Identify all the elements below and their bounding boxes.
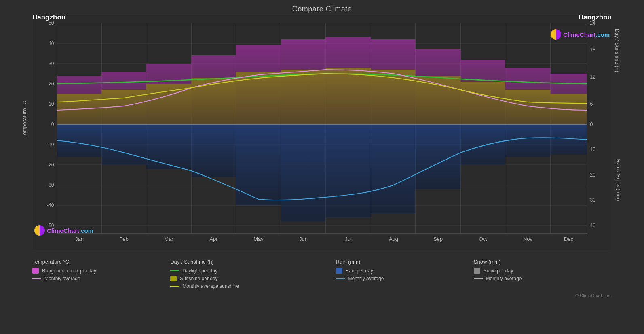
svg-rect-55 [326,124,371,217]
legend-area: Temperature °C Range min / max per day M… [0,255,644,289]
legend-section-rain: Rain (mm) Rain per day Monthly average [336,259,474,289]
legend-title-snow: Snow (mm) [474,259,612,265]
svg-text:40: 40 [590,223,596,228]
svg-text:-40: -40 [47,202,54,208]
svg-text:Jul: Jul [345,236,352,242]
svg-text:Oct: Oct [479,236,487,242]
svg-text:40: 40 [49,40,54,46]
svg-text:20: 20 [49,81,54,87]
svg-text:Jun: Jun [299,236,308,242]
svg-text:20: 20 [590,172,596,178]
svg-text:-20: -20 [47,162,54,168]
city-label-right: Hangzhou [579,13,612,21]
svg-text:Dec: Dec [564,236,574,242]
svg-text:6: 6 [590,101,593,107]
legend-item-temp-range: Range min / max per day [32,268,170,274]
svg-rect-51 [146,124,192,169]
svg-text:18: 18 [590,47,596,53]
svg-rect-46 [461,82,505,124]
svg-text:Apr: Apr [209,236,218,242]
svg-text:-30: -30 [47,182,54,188]
svg-rect-50 [102,124,146,165]
legend-title-temperature: Temperature °C [32,259,170,265]
legend-title-sunshine: Day / Sunshine (h) [170,259,336,265]
legend-item-sunshine-avg: Monthly average sunshine [170,283,336,289]
svg-rect-43 [326,68,371,124]
right-axis-label-sunshine: Day / Sunshine (h) [614,29,621,72]
svg-text:0: 0 [51,121,54,127]
page-title: Compare Climate [0,0,644,15]
legend-item-rain-avg: Monthly average [336,276,474,281]
svg-rect-52 [192,124,236,177]
svg-rect-53 [236,124,281,205]
main-chart: 50 40 30 20 10 0 -10 -20 -30 -40 -50 24 … [32,15,612,250]
legend-section-sunshine: Day / Sunshine (h) Daylight per day Suns… [170,259,336,289]
svg-rect-58 [461,124,505,165]
svg-text:Mar: Mar [164,236,173,242]
svg-text:0: 0 [590,121,593,127]
svg-text:Feb: Feb [119,236,128,242]
logo-bottom-left: ClimeChart.com [34,225,93,236]
legend-item-snow-avg: Monthly average [474,276,612,281]
svg-rect-59 [505,124,551,157]
legend-item-snow-range: Snow per day [474,268,612,274]
legend-section-temperature: Temperature °C Range min / max per day M… [32,259,170,289]
svg-text:-10: -10 [47,142,54,147]
legend-item-daylight: Daylight per day [170,268,336,274]
svg-rect-54 [281,124,326,221]
svg-text:10: 10 [49,101,54,107]
svg-rect-40 [192,78,236,124]
svg-text:Sep: Sep [433,236,443,242]
svg-rect-57 [416,124,461,189]
svg-rect-56 [371,124,416,213]
svg-text:May: May [253,236,264,242]
svg-rect-42 [281,70,326,124]
svg-text:30: 30 [590,197,596,203]
svg-rect-49 [57,124,102,157]
copyright: © ClimeChart.com [0,293,644,298]
svg-text:30: 30 [49,61,54,66]
svg-rect-47 [505,90,551,124]
svg-rect-41 [236,72,281,124]
svg-text:Aug: Aug [389,236,398,242]
legend-item-sunshine-range: Sunshine per day [170,276,336,281]
city-label-left: Hangzhou [32,13,65,21]
svg-rect-45 [416,76,461,124]
svg-text:Nov: Nov [523,236,533,242]
svg-text:Jan: Jan [75,236,84,242]
legend-title-rain: Rain (mm) [336,259,474,265]
legend-item-rain-range: Rain per day [336,268,474,274]
logo-top-right: ClimeChart.com [551,29,610,40]
left-axis-label: Temperature °C [21,101,27,138]
legend-item-temp-avg: Monthly average [32,276,170,281]
svg-text:12: 12 [590,74,596,80]
right-axis-label-rain: Rain / Snow (mm) [615,159,621,201]
svg-text:10: 10 [590,147,596,152]
legend-section-snow: Snow (mm) Snow per day Monthly average [474,259,612,289]
